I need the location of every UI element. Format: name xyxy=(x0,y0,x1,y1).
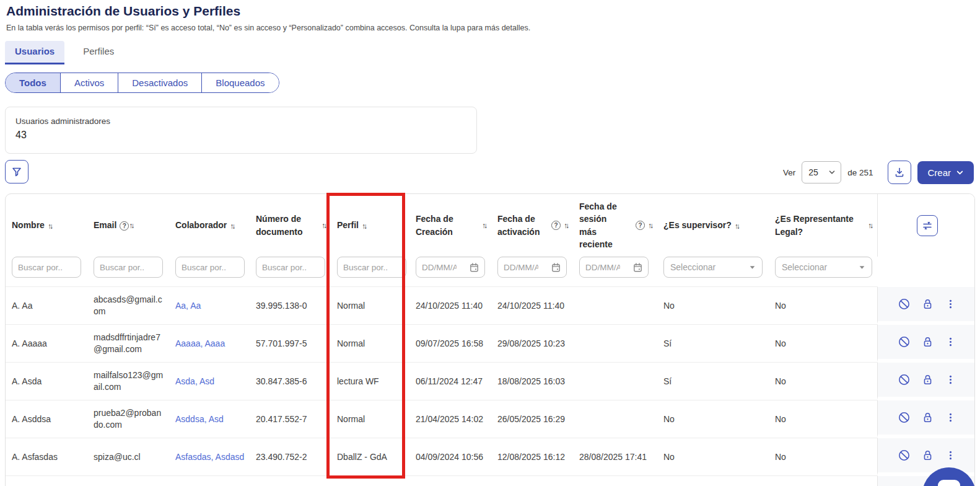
date-input-activacion[interactable]: DD/MM/AAAA xyxy=(497,257,567,278)
sort-icon-supervisor[interactable]: ↑↓ xyxy=(735,222,740,231)
download-button[interactable] xyxy=(888,161,911,184)
search-input-perfil[interactable] xyxy=(337,257,406,278)
sort-icon-sesion[interactable]: ↑↓ xyxy=(648,221,654,230)
column-header-sesion: Fecha de sesión más reciente?↑↓ xyxy=(573,194,657,257)
calendar-icon[interactable] xyxy=(468,262,480,273)
search-input-colaborador[interactable] xyxy=(175,257,245,278)
help-icon[interactable]: ? xyxy=(551,221,561,230)
cell-creacion: 06/11/2024 12:47 xyxy=(409,362,491,400)
cell-colaborador: Aa, Aa xyxy=(169,286,250,324)
row-menu-button[interactable] xyxy=(945,298,956,311)
status-chip-bloqueados[interactable]: Bloqueados xyxy=(202,73,278,92)
column-header-representante: ¿Es Representante Legal?↑↓ xyxy=(769,194,877,257)
funnel-icon xyxy=(11,166,23,178)
tab-usuarios[interactable]: Usuarios xyxy=(5,41,64,64)
unlock-icon xyxy=(921,335,934,348)
status-chip-activos[interactable]: Activos xyxy=(61,73,118,92)
create-button[interactable]: Crear xyxy=(917,161,974,184)
cell-perfil: lectura WF xyxy=(331,362,409,400)
select-placeholder: Seleccionar xyxy=(782,262,827,272)
cell-representante: No xyxy=(769,286,877,324)
table-row: A. Aaaaamadsdffrtinjadre7@gmail.comAaaaa… xyxy=(6,324,974,362)
ban-icon xyxy=(898,411,911,424)
filter-cell-creacion: DD/MM/AAAA xyxy=(409,257,491,286)
calendar-icon[interactable] xyxy=(632,262,644,273)
cell-colaborador: Aaaaa, Aaaa xyxy=(169,324,250,362)
search-input-documento[interactable] xyxy=(256,257,325,278)
cell-activacion: 24/10/2025 11:40 xyxy=(491,286,573,324)
sort-icon-nombre[interactable]: ↑↓ xyxy=(48,222,53,231)
sort-icon-representante[interactable]: ↑↓ xyxy=(868,221,873,230)
unlock-user-button[interactable] xyxy=(921,373,934,386)
cell-creacion: 04/09/2024 10:56 xyxy=(409,438,491,475)
column-header-icons-colaborador: ↑↓ xyxy=(230,221,235,231)
deactivate-user-button[interactable] xyxy=(898,449,911,462)
status-filter-group: TodosActivosDesactivadosBloqueados xyxy=(5,73,279,93)
filter-button[interactable] xyxy=(5,160,28,183)
column-header-colaborador: Colaborador↑↓ xyxy=(169,194,250,257)
colaborador-link[interactable]: Asddsa, Asd xyxy=(175,413,245,425)
column-label-activacion: Fecha de activa­ción xyxy=(497,213,542,238)
date-placeholder: DD/MM/AAAA xyxy=(504,263,538,272)
sort-icon-documento[interactable]: ↑↓ xyxy=(322,221,327,230)
help-icon[interactable]: ? xyxy=(120,221,129,231)
cell-nombre: A. Asfasdas xyxy=(6,438,87,475)
page-title: Administración de Usuarios y Perfiles xyxy=(6,4,240,19)
column-header-activacion: Fecha de activa­ción?↑↓ xyxy=(491,194,573,257)
search-input-email[interactable] xyxy=(94,257,163,278)
deactivate-user-button[interactable] xyxy=(898,373,911,386)
colaborador-link[interactable]: Asfasdas, Asdasd xyxy=(175,451,245,463)
column-label-representante: ¿Es Representante Legal? xyxy=(775,213,863,238)
cell-representante: No xyxy=(769,400,877,438)
total-count-label: de 251 xyxy=(847,168,873,177)
sort-icon-perfil[interactable]: ↑↓ xyxy=(362,222,367,231)
column-header-icons-creacion: ↑↓ xyxy=(482,221,488,230)
tab-perfiles[interactable]: Perfiles xyxy=(73,41,124,64)
sort-icon-email[interactable]: ↑↓ xyxy=(129,221,134,230)
row-menu-button[interactable] xyxy=(945,449,956,462)
select-input-representante[interactable]: Seleccionar xyxy=(775,257,872,278)
deactivate-user-button[interactable] xyxy=(898,298,911,311)
search-input-nombre[interactable] xyxy=(12,257,81,278)
page-size-select[interactable]: 25 xyxy=(802,161,841,183)
date-input-creacion[interactable]: DD/MM/AAAA xyxy=(416,257,485,278)
table-header-row: Nombre↑↓Email?↑↓Colaborador↑↓Número de d… xyxy=(6,194,974,257)
column-label-email: Email xyxy=(94,219,116,231)
row-menu-button[interactable] xyxy=(945,411,956,424)
deactivate-user-button[interactable] xyxy=(898,411,911,424)
filter-cell-perfil xyxy=(331,257,409,286)
sort-icon-creacion[interactable]: ↑↓ xyxy=(482,221,488,230)
cell-creacion: 24/10/2025 11:40 xyxy=(409,286,491,324)
cell-representante xyxy=(769,475,877,486)
chat-bubble-icon xyxy=(938,480,960,486)
deactivate-user-button[interactable] xyxy=(898,335,911,348)
sort-icon-colaborador[interactable]: ↑↓ xyxy=(230,222,235,231)
colaborador-link[interactable]: Aa, Aa xyxy=(175,300,245,312)
help-icon[interactable]: ? xyxy=(636,221,645,230)
ver-label: Ver xyxy=(783,168,795,177)
column-label-supervisor: ¿Es supervisor? xyxy=(663,219,732,231)
calendar-icon[interactable] xyxy=(550,262,562,273)
cell-sesion xyxy=(573,286,657,324)
row-menu-button[interactable] xyxy=(945,335,956,348)
colaborador-link[interactable]: Asda, Asd xyxy=(175,376,245,387)
cell-email: spiza@uc.cl xyxy=(87,438,169,475)
unlock-user-button[interactable] xyxy=(921,449,934,462)
unlock-user-button[interactable] xyxy=(921,335,934,348)
colaborador-link[interactable]: Aaaaa, Aaaa xyxy=(175,338,245,350)
unlock-user-button[interactable] xyxy=(921,411,934,424)
date-input-sesion[interactable]: DD/MM/AAAA xyxy=(579,257,649,278)
status-chip-desactivados[interactable]: Desactivados xyxy=(118,73,202,92)
select-input-supervisor[interactable]: Seleccionar xyxy=(663,257,763,278)
cell-activacion: 26/05/2025 16:29 xyxy=(491,400,573,438)
cell-nombre: A. Asddsa xyxy=(6,400,87,438)
cell-supervisor: No xyxy=(657,286,769,324)
status-chip-todos[interactable]: Todos xyxy=(6,73,61,92)
cell-colaborador xyxy=(169,475,250,486)
cell-email: abcasds@gmail.com xyxy=(87,286,169,324)
row-menu-button[interactable] xyxy=(945,373,956,386)
sort-icon-activacion[interactable]: ↑↓ xyxy=(564,221,569,230)
unlock-user-button[interactable] xyxy=(921,298,934,311)
filter-cell-supervisor: Seleccionar xyxy=(657,257,769,286)
column-settings-button[interactable] xyxy=(917,215,938,236)
